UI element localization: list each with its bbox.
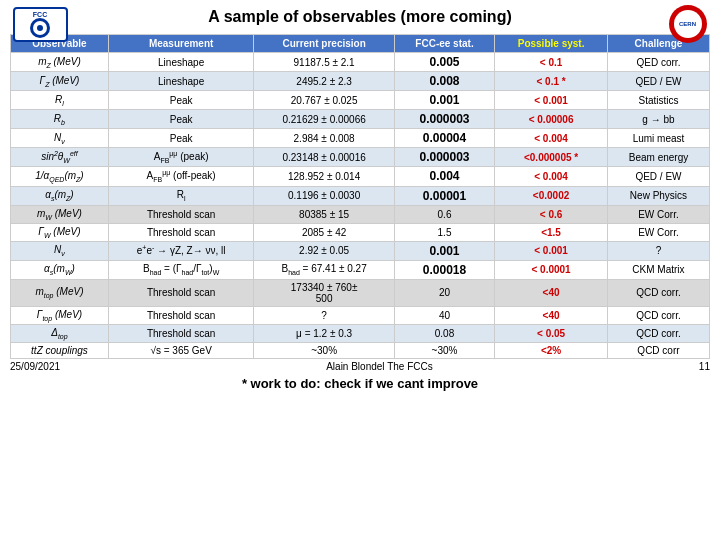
table-row: 40 (394, 306, 494, 324)
table-row: <0.0002 (495, 186, 608, 205)
table-row: QED / EW (607, 167, 709, 186)
table-row: Threshold scan (108, 324, 254, 342)
table-row: <40 (495, 306, 608, 324)
table-row: New Physics (607, 186, 709, 205)
table-row: < 0.1 (495, 53, 608, 72)
table-row: Rl (108, 186, 254, 205)
table-row: sin2θWeff (11, 148, 109, 167)
footer-page: 11 (699, 361, 710, 372)
table-row: 0.004 (394, 167, 494, 186)
col-syst: Possible syst. (495, 35, 608, 53)
table-row: μ = 1.2 ± 0.3 (254, 324, 394, 342)
table-row: < 0.6 (495, 205, 608, 223)
table-row: 0.08 (394, 324, 494, 342)
table-row: Rb (11, 110, 109, 129)
footer-author: Alain Blondel The FCCs (326, 361, 433, 372)
table-row: mZ (MeV) (11, 53, 109, 72)
table-row: QCD corr. (607, 324, 709, 342)
table-row: 80385 ± 15 (254, 205, 394, 223)
table-row: Δtop (11, 324, 109, 342)
table-row: Threshold scan (108, 279, 254, 306)
table-row: Lineshape (108, 72, 254, 91)
table-row: ? (607, 241, 709, 260)
table-row: Bhad = 67.41 ± 0.27 (254, 260, 394, 279)
table-row: Nν (11, 129, 109, 148)
table-row: mtop (MeV) (11, 279, 109, 306)
page-wrapper: FCC A sample of observables (more coming… (0, 0, 720, 393)
table-row: Lineshape (108, 53, 254, 72)
page-header: FCC A sample of observables (more coming… (0, 0, 720, 34)
table-row: QED / EW (607, 72, 709, 91)
table-row: Peak (108, 110, 254, 129)
table-row: < 0.001 (495, 91, 608, 110)
table-row: 173340 ± 760±500 (254, 279, 394, 306)
table-row: 1/αQED(mZ) (11, 167, 109, 186)
page-title: A sample of observables (more coming) (208, 8, 511, 26)
table-row: 0.23148 ± 0.00016 (254, 148, 394, 167)
table-row: 2085 ± 42 (254, 223, 394, 241)
footer: 25/09/2021 Alain Blondel The FCCs 11 (0, 359, 720, 374)
table-row: 0.1196 ± 0.0030 (254, 186, 394, 205)
table-row: Statistics (607, 91, 709, 110)
table-row: Threshold scan (108, 205, 254, 223)
table-row: 2.92 ± 0.05 (254, 241, 394, 260)
table-row: 2.984 ± 0.008 (254, 129, 394, 148)
fcc-logo: FCC (10, 4, 70, 44)
table-row: 0.00004 (394, 129, 494, 148)
table-row: < 0.004 (495, 167, 608, 186)
table-row: <1.5 (495, 223, 608, 241)
table-row: αs(mZ) (11, 186, 109, 205)
table-row: αs(mW) (11, 260, 109, 279)
table-row: 0.000003 (394, 110, 494, 129)
table-row: 0.00018 (394, 260, 494, 279)
table-row: mW (MeV) (11, 205, 109, 223)
table-row: < 0.004 (495, 129, 608, 148)
table-row: < 0.05 (495, 324, 608, 342)
table-row: Γtop (MeV) (11, 306, 109, 324)
table-row: AFBμμ (peak) (108, 148, 254, 167)
table-row: 0.000003 (394, 148, 494, 167)
table-row: ? (254, 306, 394, 324)
table-row: 0.008 (394, 72, 494, 91)
table-row: 91187.5 ± 2.1 (254, 53, 394, 72)
table-row: Bhad = (Γhad/Γtot)W (108, 260, 254, 279)
table-row: AFBμμ (off-peak) (108, 167, 254, 186)
table-row: < 0.00006 (495, 110, 608, 129)
table-row: 0.00001 (394, 186, 494, 205)
table-row: QED corr. (607, 53, 709, 72)
table-row: 20.767 ± 0.025 (254, 91, 394, 110)
table-row: Lumi meast (607, 129, 709, 148)
table-row: g → bb (607, 110, 709, 129)
table-row: < 0.0001 (495, 260, 608, 279)
col-stat: FCC-ee stat. (394, 35, 494, 53)
table-row: ΓZ (MeV) (11, 72, 109, 91)
table-row: <40 (495, 279, 608, 306)
table-row: EW Corr. (607, 223, 709, 241)
table-row: e+e- → γZ, Z→ νν, ll (108, 241, 254, 260)
cern-logo: CERN (665, 4, 710, 44)
table-row: 0.001 (394, 241, 494, 260)
table-row: <0.000005 * (495, 148, 608, 167)
col-measurement: Measurement (108, 35, 254, 53)
table-row: QCD corr. (607, 306, 709, 324)
table-row: 0.001 (394, 91, 494, 110)
table-row: CKM Matrix (607, 260, 709, 279)
table-row: Peak (108, 129, 254, 148)
table-row: <2% (495, 342, 608, 358)
table-row: < 0.1 * (495, 72, 608, 91)
col-current: Current precision (254, 35, 394, 53)
table-row: 20 (394, 279, 494, 306)
footer-note: * work to do: check if we cant improve (0, 374, 720, 393)
footer-date: 25/09/2021 (10, 361, 60, 372)
table-row: Peak (108, 91, 254, 110)
table-row: QCD corr. (607, 279, 709, 306)
table-row: 128.952 ± 0.014 (254, 167, 394, 186)
table-row: Beam energy (607, 148, 709, 167)
table-row: 0.005 (394, 53, 494, 72)
table-row: ~30% (394, 342, 494, 358)
table-row: 0.6 (394, 205, 494, 223)
table-row: Threshold scan (108, 223, 254, 241)
table-row: QCD corr (607, 342, 709, 358)
table-row: √s = 365 GeV (108, 342, 254, 358)
table-row: Rl (11, 91, 109, 110)
